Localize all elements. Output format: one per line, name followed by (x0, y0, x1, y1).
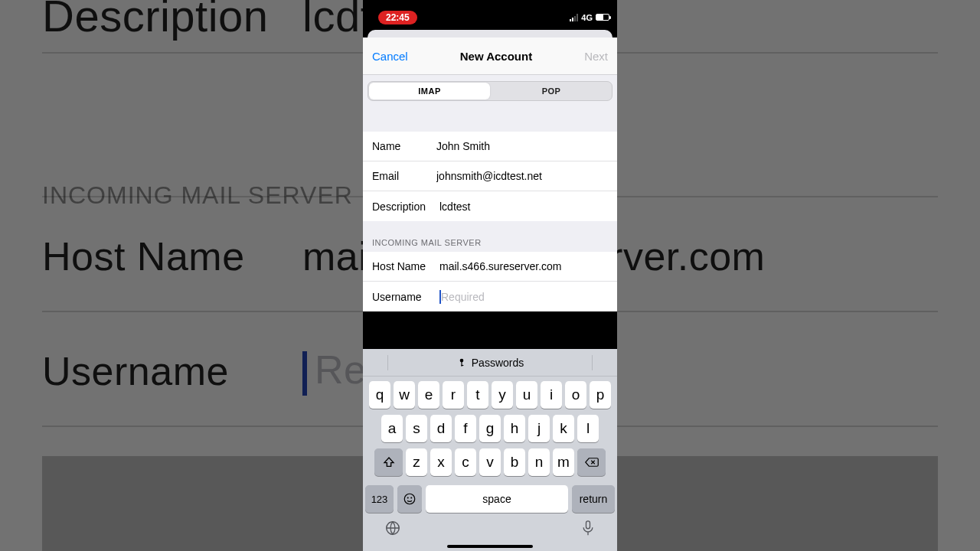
incoming-server-group: Host Name Username (363, 252, 617, 311)
home-indicator[interactable] (447, 545, 533, 548)
key-i[interactable]: i (541, 381, 562, 409)
key-v[interactable]: v (479, 448, 501, 476)
passwords-suggestion: Passwords (472, 357, 524, 369)
page-title: New Account (460, 50, 532, 63)
hostname-field[interactable] (439, 260, 608, 272)
key-t[interactable]: t (467, 381, 488, 409)
network-label: 4G (581, 13, 593, 22)
nav-bar: Cancel New Account Next (363, 37, 617, 75)
svg-point-4 (407, 497, 409, 499)
signal-icon (570, 14, 578, 21)
svg-point-5 (410, 497, 412, 499)
key-b[interactable]: b (504, 448, 525, 476)
key-icon (456, 357, 467, 368)
keyboard-suggestion-bar[interactable]: Passwords (363, 349, 617, 377)
email-label: Email (372, 170, 436, 182)
key-c[interactable]: c (455, 448, 476, 476)
svg-rect-7 (586, 521, 590, 529)
globe-icon[interactable] (384, 520, 401, 536)
key-g[interactable]: g (479, 415, 501, 442)
sheet-grabber (368, 30, 612, 37)
key-o[interactable]: o (565, 381, 586, 409)
svg-rect-2 (461, 364, 463, 365)
dictation-icon[interactable] (580, 520, 596, 536)
key-k[interactable]: k (553, 415, 574, 442)
segment-imap[interactable]: IMAP (369, 83, 490, 99)
numbers-key[interactable]: 123 (365, 485, 394, 513)
keyboard: Passwords qwertyuiop asdfghjkl zxcvbnm 1… (363, 349, 617, 551)
key-a[interactable]: a (381, 415, 403, 442)
svg-point-3 (404, 494, 415, 504)
username-label: Username (372, 291, 439, 303)
key-e[interactable]: e (418, 381, 439, 409)
key-s[interactable]: s (406, 415, 427, 442)
name-label: Name (372, 140, 436, 152)
account-info-group: Name Email Description (363, 132, 617, 221)
next-button[interactable]: Next (584, 50, 608, 63)
keyboard-row-1: qwertyuiop (365, 381, 615, 409)
email-field[interactable] (436, 170, 608, 182)
key-x[interactable]: x (430, 448, 452, 476)
incoming-section-header: INCOMING MAIL SERVER (363, 221, 617, 252)
key-q[interactable]: q (369, 381, 390, 409)
keyboard-row-3: zxcvbnm (365, 448, 615, 476)
key-d[interactable]: d (430, 415, 452, 442)
key-y[interactable]: y (492, 381, 513, 409)
description-field[interactable] (439, 201, 608, 213)
space-key[interactable]: space (426, 485, 568, 513)
shift-key[interactable] (374, 448, 403, 476)
key-r[interactable]: r (443, 381, 464, 409)
key-h[interactable]: h (504, 415, 525, 442)
status-bar: 22:45 4G (363, 0, 617, 30)
keyboard-row-2: asdfghjkl (365, 415, 615, 442)
battery-icon (596, 14, 609, 21)
backspace-key[interactable] (577, 448, 606, 476)
emoji-key[interactable] (397, 485, 422, 513)
cancel-button[interactable]: Cancel (372, 50, 408, 63)
key-z[interactable]: z (406, 448, 427, 476)
hostname-label: Host Name (372, 260, 439, 272)
description-label: Description (372, 201, 439, 213)
key-l[interactable]: l (577, 415, 599, 442)
key-j[interactable]: j (528, 415, 550, 442)
key-f[interactable]: f (455, 415, 476, 442)
key-n[interactable]: n (528, 448, 550, 476)
name-field[interactable] (436, 140, 608, 152)
status-time: 22:45 (378, 11, 417, 24)
segment-pop[interactable]: POP (491, 82, 612, 100)
key-p[interactable]: p (590, 381, 611, 409)
key-u[interactable]: u (516, 381, 537, 409)
return-key[interactable]: return (572, 485, 615, 513)
protocol-segmented-control: IMAP POP (368, 81, 612, 101)
key-w[interactable]: w (394, 381, 415, 409)
username-field[interactable] (441, 291, 608, 303)
key-m[interactable]: m (553, 448, 574, 476)
phone-frame: 22:45 4G Cancel New Account Next IMAP PO… (363, 0, 617, 551)
